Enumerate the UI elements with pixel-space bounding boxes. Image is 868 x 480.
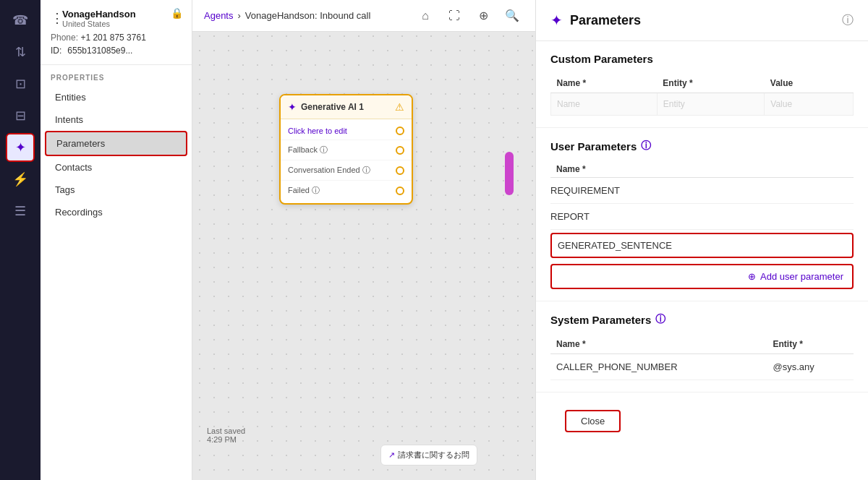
close-btn-container: Close: [536, 393, 868, 450]
custom-col-entity: Entity *: [657, 74, 765, 93]
add-param-icon: ⊕: [748, 271, 756, 282]
report-label: REPORT: [550, 211, 590, 222]
properties-section-label: PROPERTIES: [41, 65, 192, 86]
user-params-info-icon[interactable]: ⓘ: [641, 140, 651, 153]
properties-list: Entities Intents Parameters Contacts Tag…: [41, 86, 192, 223]
lock-icon: 🔒: [171, 7, 183, 19]
custom-col-name: Name *: [551, 74, 658, 93]
flow-node-header: ✦ Generative AI 1 ⚠: [281, 95, 412, 119]
sys-param-row: CALLER_PHONE_NUMBER @sys.any: [550, 354, 854, 380]
user-param-report: REPORT: [550, 204, 854, 230]
custom-params-table: Name * Entity * Value Name Entity Value: [550, 74, 854, 116]
target-toolbar-icon[interactable]: ⊕: [472, 4, 495, 27]
jp-icon: ↗: [388, 450, 395, 460]
toolbar-icons: ⌂ ⛶ ⊕ 🔍: [414, 4, 524, 27]
custom-value-placeholder[interactable]: Value: [765, 93, 854, 116]
user-param-requirement: REQUIREMENT: [550, 178, 854, 204]
prop-entities[interactable]: Entities: [45, 86, 187, 108]
crosshair-nav-icon[interactable]: ✦: [6, 133, 35, 162]
fullscreen-toolbar-icon[interactable]: ⛶: [443, 4, 466, 27]
add-param-label: Add user parameter: [760, 271, 843, 282]
flow-dot-failed: [396, 187, 404, 195]
breadcrumb-separator: ›: [237, 10, 240, 21]
top-bar: Agents › VonageHandson: Inbound call ⌂ ⛶…: [192, 0, 535, 32]
custom-entity-placeholder[interactable]: Entity: [657, 93, 765, 116]
ai-node-title: Generative AI 1: [301, 102, 391, 112]
flow-node-fallback: Fallback ⓘ: [281, 140, 412, 160]
japanese-node[interactable]: ↗ 請求書に関するお問: [380, 445, 477, 466]
contact-phone: Phone: +1 201 875 3761: [51, 33, 182, 43]
sys-caller-phone: CALLER_PHONE_NUMBER: [550, 354, 767, 380]
flow-dot-edit: [396, 127, 404, 135]
icon-sidebar: ☎ ⇅ ⊡ ⊟ ✦ ⚡ ☰: [0, 0, 41, 480]
params-info-icon[interactable]: ⓘ: [842, 13, 854, 28]
prop-intents[interactable]: Intents: [45, 108, 187, 131]
list-nav-icon[interactable]: ☰: [6, 197, 35, 226]
flow-dot-fallback: [396, 146, 404, 155]
failed-label: Failed ⓘ: [288, 185, 320, 196]
user-param-generated-sentence: GENERATED_SENTENCE: [550, 233, 854, 258]
prop-parameters[interactable]: Parameters: [45, 131, 187, 156]
requirement-label: REQUIREMENT: [550, 185, 620, 196]
flow-node-body: Click here to edit Fallback ⓘ Conversati…: [281, 119, 412, 203]
custom-params-section: Custom Parameters Name * Entity * Value …: [536, 41, 868, 128]
phone-nav-icon[interactable]: ☎: [6, 6, 35, 35]
contact-country: United States: [62, 20, 182, 28]
prop-recordings[interactable]: Recordings: [45, 201, 187, 223]
contact-id: ID: 655b131085e9...: [51, 46, 182, 56]
custom-empty-row: Name Entity Value: [551, 93, 854, 116]
ai-node-icon: ✦: [288, 101, 297, 113]
prop-tags[interactable]: Tags: [45, 179, 187, 201]
breadcrumb: Agents › VonageHandson: Inbound call: [204, 10, 370, 21]
properties-panel: ⋮ VonageHandson United States 🔒 Phone: +…: [41, 0, 192, 480]
flow-dot-conv-ended: [396, 166, 404, 175]
home-toolbar-icon[interactable]: ⌂: [414, 4, 437, 27]
custom-name-placeholder[interactable]: Name: [551, 93, 658, 116]
save-status: Last saved 4:29 PM: [207, 427, 245, 444]
flow-node-failed: Failed ⓘ: [281, 181, 412, 200]
breadcrumb-current: VonageHandson: Inbound call: [245, 10, 370, 21]
inbox-nav-icon[interactable]: ⊡: [6, 69, 35, 98]
custom-params-title: Custom Parameters: [550, 53, 854, 65]
generative-ai-node[interactable]: ✦ Generative AI 1 ⚠ Click here to edit F…: [279, 94, 413, 205]
system-params-info-icon[interactable]: ⓘ: [655, 313, 665, 326]
system-params-table: Name * Entity * CALLER_PHONE_NUMBER @sys…: [550, 335, 854, 380]
conv-ended-label: Conversation Ended ⓘ: [288, 165, 370, 176]
contact-card: ⋮ VonageHandson United States 🔒 Phone: +…: [41, 0, 192, 65]
user-params-title: User Parameters ⓘ: [550, 140, 854, 153]
last-saved-label: Last saved: [207, 427, 245, 435]
connection-indicator: [505, 152, 514, 195]
contact-name: VonageHandson: [62, 9, 182, 20]
sys-entity-any: @sys.any: [767, 354, 854, 380]
params-title: Parameters: [570, 13, 835, 28]
ai-node-warning: ⚠: [395, 101, 404, 113]
grid-nav-icon[interactable]: ⊟: [6, 101, 35, 130]
system-params-section: System Parameters ⓘ Name * Entity * CALL…: [536, 301, 868, 393]
custom-col-value: Value: [765, 74, 854, 93]
user-name-col-header: Name *: [550, 161, 854, 178]
flow-node-conversation-ended: Conversation Ended ⓘ: [281, 160, 412, 181]
transfer-nav-icon[interactable]: ⇅: [6, 38, 35, 67]
add-user-param-button[interactable]: ⊕ Add user parameter: [550, 264, 854, 289]
generated-sentence-label: GENERATED_SENTENCE: [558, 240, 672, 251]
user-params-section: User Parameters ⓘ Name * REQUIREMENT REP…: [536, 128, 868, 301]
lightning-nav-icon[interactable]: ⚡: [6, 165, 35, 194]
flow-node-edit[interactable]: Click here to edit: [281, 122, 412, 140]
params-header-icon: ✦: [550, 12, 563, 29]
jp-text: 請求書に関するお問: [398, 450, 469, 460]
system-params-title: System Parameters ⓘ: [550, 313, 854, 326]
contact-menu-button[interactable]: ⋮: [51, 10, 64, 26]
prop-contacts[interactable]: Contacts: [45, 156, 187, 179]
close-button[interactable]: Close: [565, 410, 621, 432]
breadcrumb-parent[interactable]: Agents: [204, 10, 233, 21]
edit-link[interactable]: Click here to edit: [288, 127, 347, 135]
params-header: ✦ Parameters ⓘ: [536, 0, 868, 41]
sys-col-entity: Entity *: [767, 335, 854, 354]
sys-col-name: Name *: [550, 335, 767, 354]
save-time: 4:29 PM: [207, 435, 245, 444]
parameters-panel: ✦ Parameters ⓘ Custom Parameters Name * …: [535, 0, 868, 480]
zoom-toolbar-icon[interactable]: 🔍: [501, 4, 524, 27]
fallback-label: Fallback ⓘ: [288, 145, 328, 155]
flow-canvas[interactable]: Agents › VonageHandson: Inbound call ⌂ ⛶…: [192, 0, 535, 480]
